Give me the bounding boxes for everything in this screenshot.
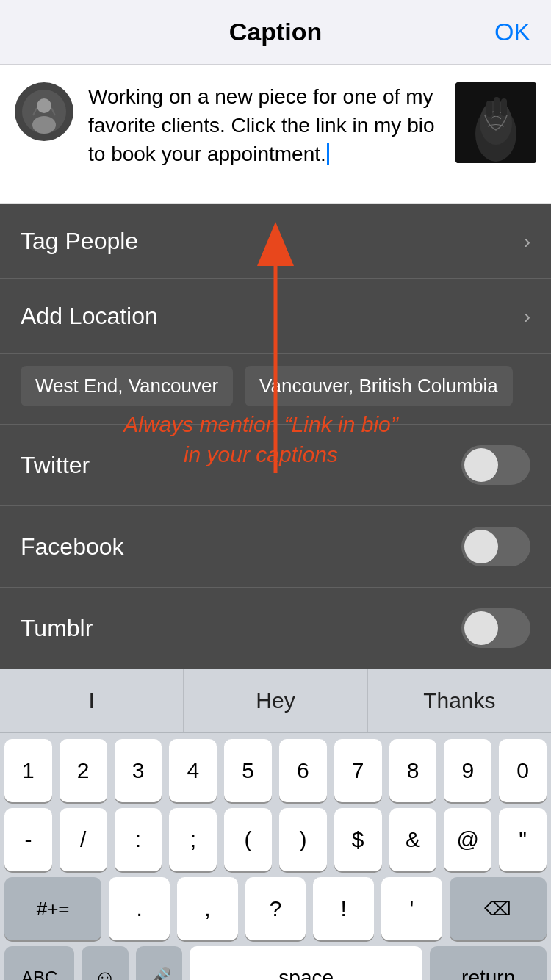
tag-people-row[interactable]: Tag People › — [0, 204, 551, 279]
predictive-bar: I Hey Thanks — [0, 669, 551, 733]
key-ampersand[interactable]: & — [389, 808, 437, 871]
ok-button[interactable]: OK — [494, 18, 530, 46]
predictive-i[interactable]: I — [0, 669, 184, 732]
twitter-label: Twitter — [21, 452, 90, 479]
key-at[interactable]: @ — [444, 808, 491, 871]
avatar — [15, 82, 73, 141]
add-location-chevron: › — [524, 305, 530, 328]
facebook-toggle-knob — [464, 530, 498, 563]
key-dash[interactable]: - — [4, 808, 52, 871]
abc-key[interactable]: ABC — [4, 946, 74, 980]
annotation-text: Always mention “Link in bio” in your cap… — [121, 410, 400, 469]
key-9[interactable]: 9 — [444, 739, 491, 802]
page-title: Caption — [229, 18, 323, 46]
space-key[interactable]: space — [190, 946, 422, 980]
add-location-label: Add Location — [21, 303, 158, 330]
post-thumbnail — [455, 82, 536, 163]
header: Caption OK — [0, 0, 551, 65]
tumblr-row: Tumblr — [0, 588, 551, 669]
keyboard-symbol-row: - / : ; ( ) $ & @ " — [0, 802, 551, 871]
location-chip-1[interactable]: Vancouver, British Columbia — [245, 366, 513, 406]
predictive-hey[interactable]: Hey — [184, 669, 367, 732]
key-8[interactable]: 8 — [389, 739, 437, 802]
tumblr-label: Tumblr — [21, 615, 93, 642]
key-2[interactable]: 2 — [60, 739, 107, 802]
svg-rect-9 — [494, 97, 500, 116]
delete-key[interactable]: ⌫ — [450, 877, 547, 940]
predictive-thanks[interactable]: Thanks — [368, 669, 551, 732]
add-location-row[interactable]: Add Location › — [0, 279, 551, 354]
key-semicolon[interactable]: ; — [169, 808, 217, 871]
key-3[interactable]: 3 — [115, 739, 162, 802]
svg-rect-10 — [501, 98, 507, 116]
key-exclaim[interactable]: ! — [313, 877, 374, 940]
keyboard: 1 2 3 4 5 6 7 8 9 0 - / : ; ( ) $ & @ " … — [0, 733, 551, 980]
tag-people-chevron: › — [524, 230, 530, 253]
keyboard-number-row: 1 2 3 4 5 6 7 8 9 0 — [0, 733, 551, 802]
key-apostrophe[interactable]: ' — [381, 877, 442, 940]
tumblr-toggle[interactable] — [461, 608, 530, 648]
key-7[interactable]: 7 — [334, 739, 382, 802]
svg-point-1 — [37, 98, 51, 113]
facebook-toggle[interactable] — [461, 527, 530, 566]
emoji-key[interactable]: ☺ — [82, 946, 128, 980]
mic-key[interactable]: 🎤 — [136, 946, 182, 980]
keyboard-bottom-row: ABC ☺ 🎤 space return — [0, 940, 551, 980]
tumblr-toggle-knob — [464, 611, 498, 645]
key-dollar[interactable]: $ — [334, 808, 382, 871]
key-colon[interactable]: : — [115, 808, 162, 871]
key-closeparen[interactable]: ) — [279, 808, 327, 871]
svg-point-2 — [32, 116, 56, 134]
facebook-label: Facebook — [21, 533, 124, 561]
cursor — [327, 143, 329, 165]
key-comma[interactable]: , — [177, 877, 238, 940]
caption-text[interactable]: Working on a new piece for one of my fav… — [88, 82, 441, 169]
svg-rect-8 — [486, 101, 492, 117]
key-slash[interactable]: / — [60, 808, 107, 871]
keyboard-special-row: #+= . , ? ! ' ⌫ — [0, 871, 551, 940]
key-period[interactable]: . — [109, 877, 170, 940]
twitter-toggle[interactable] — [461, 445, 530, 485]
location-chip-0[interactable]: West End, Vancouver — [21, 366, 233, 406]
facebook-row: Facebook — [0, 506, 551, 588]
caption-area: Working on a new piece for one of my fav… — [0, 65, 551, 204]
key-1[interactable]: 1 — [4, 739, 52, 802]
key-hashtag[interactable]: #+= — [4, 877, 101, 940]
key-6[interactable]: 6 — [279, 739, 327, 802]
key-4[interactable]: 4 — [169, 739, 217, 802]
key-0[interactable]: 0 — [499, 739, 547, 802]
twitter-toggle-knob — [464, 448, 498, 482]
key-question[interactable]: ? — [245, 877, 306, 940]
return-key[interactable]: return — [430, 946, 547, 980]
key-openparen[interactable]: ( — [224, 808, 272, 871]
tag-people-label: Tag People — [21, 228, 138, 255]
key-quote[interactable]: " — [499, 808, 547, 871]
options-section: Tag People › Add Location › West End, Va… — [0, 204, 551, 669]
key-5[interactable]: 5 — [224, 739, 272, 802]
